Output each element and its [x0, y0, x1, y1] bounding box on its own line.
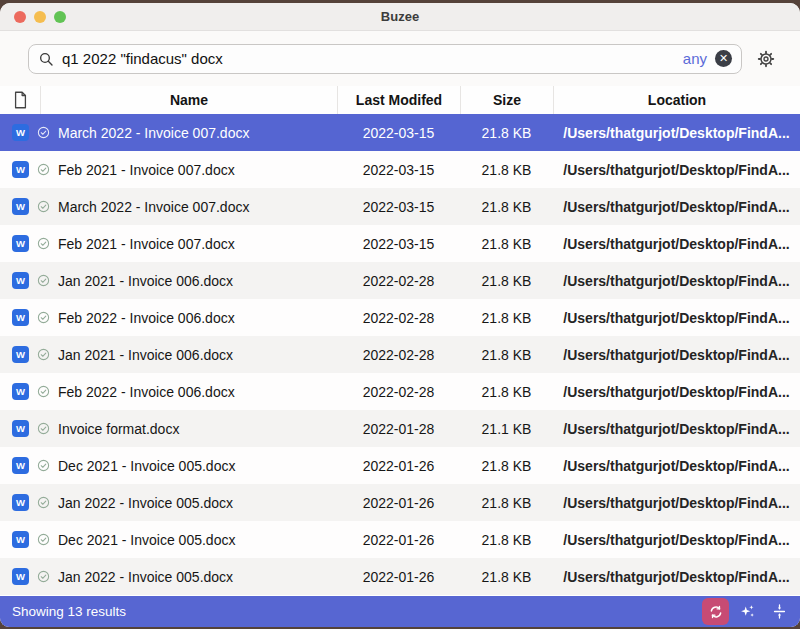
- table-row[interactable]: W Jan 2022 - Invoice 005.docx 2022-01-26…: [0, 484, 800, 521]
- table-row[interactable]: W Dec 2021 - Invoice 005.docx 2022-01-26…: [0, 447, 800, 484]
- collapse-vertical-icon: [771, 603, 788, 620]
- sparkles-button[interactable]: [734, 598, 761, 625]
- traffic-lights: [14, 11, 66, 23]
- file-location: /Users/thatgurjot/Desktop/FindA...: [553, 458, 800, 474]
- file-location: /Users/thatgurjot/Desktop/FindA...: [553, 532, 800, 548]
- search-area: any ✕: [0, 31, 800, 86]
- close-button[interactable]: [14, 11, 26, 23]
- file-modified: 2022-03-15: [337, 162, 460, 178]
- file-location: /Users/thatgurjot/Desktop/FindA...: [553, 421, 800, 437]
- zoom-button[interactable]: [54, 11, 66, 23]
- results-count: Showing 13 results: [12, 604, 126, 619]
- table-row[interactable]: W Jan 2021 - Invoice 006.docx 2022-02-28…: [0, 262, 800, 299]
- file-modified: 2022-03-15: [337, 199, 460, 215]
- word-file-icon: W: [12, 346, 29, 363]
- name-cell: W March 2022 - Invoice 007.docx: [0, 124, 337, 141]
- search-input[interactable]: [62, 50, 683, 67]
- status-actions: [702, 598, 793, 625]
- table-row[interactable]: W March 2022 - Invoice 007.docx 2022-03-…: [0, 188, 800, 225]
- status-bar: Showing 13 results: [0, 596, 800, 627]
- table-row[interactable]: W Feb 2021 - Invoice 007.docx 2022-03-15…: [0, 225, 800, 262]
- table-row[interactable]: W Dec 2021 - Invoice 005.docx 2022-01-26…: [0, 521, 800, 558]
- results-body: W March 2022 - Invoice 007.docx 2022-03-…: [0, 114, 800, 595]
- file-modified: 2022-01-26: [337, 532, 460, 548]
- check-circle-icon: [37, 459, 50, 472]
- column-last-modified[interactable]: Last Modifed: [337, 86, 460, 114]
- name-cell: W Dec 2021 - Invoice 005.docx: [0, 531, 337, 548]
- file-location: /Users/thatgurjot/Desktop/FindA...: [553, 347, 800, 363]
- file-modified: 2022-03-15: [337, 236, 460, 252]
- name-cell: W March 2022 - Invoice 007.docx: [0, 198, 337, 215]
- file-name: Invoice format.docx: [58, 421, 179, 437]
- file-name: Jan 2021 - Invoice 006.docx: [58, 273, 233, 289]
- table-row[interactable]: W March 2022 - Invoice 007.docx 2022-03-…: [0, 114, 800, 151]
- minimize-button[interactable]: [34, 11, 46, 23]
- collapse-vertical-button[interactable]: [766, 598, 793, 625]
- column-name[interactable]: Name: [40, 86, 337, 114]
- word-file-icon: W: [12, 420, 29, 437]
- app-window: Buzee any ✕: [0, 3, 800, 627]
- file-modified: 2022-01-26: [337, 458, 460, 474]
- name-cell: W Jan 2022 - Invoice 005.docx: [0, 568, 337, 585]
- circle-x-icon[interactable]: ✕: [715, 50, 732, 67]
- search-box[interactable]: any ✕: [28, 44, 742, 74]
- refresh-button[interactable]: [702, 598, 729, 625]
- file-size: 21.8 KB: [460, 569, 553, 585]
- file-size: 21.8 KB: [460, 310, 553, 326]
- file-name: Feb 2021 - Invoice 007.docx: [58, 236, 235, 252]
- scope-label[interactable]: any: [683, 50, 707, 67]
- sparkles-icon: [739, 603, 756, 620]
- file-name: Dec 2021 - Invoice 005.docx: [58, 532, 235, 548]
- word-file-icon: W: [12, 235, 29, 252]
- file-modified: 2022-02-28: [337, 310, 460, 326]
- file-modified: 2022-02-28: [337, 384, 460, 400]
- check-circle-icon: [37, 533, 50, 546]
- column-size[interactable]: Size: [460, 86, 553, 114]
- file-name: Jan 2022 - Invoice 005.docx: [58, 495, 233, 511]
- check-circle-icon: [37, 126, 50, 139]
- word-file-icon: W: [12, 383, 29, 400]
- file-size: 21.8 KB: [460, 384, 553, 400]
- file-modified: 2022-01-28: [337, 421, 460, 437]
- file-name: March 2022 - Invoice 007.docx: [58, 125, 249, 141]
- table-row[interactable]: W Jan 2022 - Invoice 005.docx 2022-01-26…: [0, 558, 800, 595]
- file-size: 21.8 KB: [460, 273, 553, 289]
- file-location: /Users/thatgurjot/Desktop/FindA...: [553, 384, 800, 400]
- file-size: 21.8 KB: [460, 495, 553, 511]
- check-circle-icon: [37, 274, 50, 287]
- name-cell: W Feb 2021 - Invoice 007.docx: [0, 235, 337, 252]
- file-location: /Users/thatgurjot/Desktop/FindA...: [553, 273, 800, 289]
- name-cell: W Feb 2022 - Invoice 006.docx: [0, 383, 337, 400]
- file-location: /Users/thatgurjot/Desktop/FindA...: [553, 199, 800, 215]
- table-row[interactable]: W Feb 2021 - Invoice 007.docx 2022-03-15…: [0, 151, 800, 188]
- table-row[interactable]: W Feb 2022 - Invoice 006.docx 2022-02-28…: [0, 373, 800, 410]
- word-file-icon: W: [12, 198, 29, 215]
- search-icon: [38, 51, 54, 67]
- column-location[interactable]: Location: [553, 86, 800, 114]
- check-circle-icon: [37, 237, 50, 250]
- document-icon: [13, 91, 28, 109]
- file-modified: 2022-03-15: [337, 125, 460, 141]
- check-circle-icon: [37, 570, 50, 583]
- file-size: 21.1 KB: [460, 421, 553, 437]
- check-circle-icon: [37, 311, 50, 324]
- name-cell: W Jan 2022 - Invoice 005.docx: [0, 494, 337, 511]
- name-cell: W Jan 2021 - Invoice 006.docx: [0, 272, 337, 289]
- file-size: 21.8 KB: [460, 125, 553, 141]
- word-file-icon: W: [12, 272, 29, 289]
- file-size: 21.8 KB: [460, 162, 553, 178]
- file-modified: 2022-01-26: [337, 569, 460, 585]
- word-file-icon: W: [12, 457, 29, 474]
- refresh-icon: [708, 604, 724, 620]
- file-name: Feb 2022 - Invoice 006.docx: [58, 310, 235, 326]
- table-row[interactable]: W Feb 2022 - Invoice 006.docx 2022-02-28…: [0, 299, 800, 336]
- table-row[interactable]: W Jan 2021 - Invoice 006.docx 2022-02-28…: [0, 336, 800, 373]
- settings-button[interactable]: [756, 49, 776, 69]
- column-file-type[interactable]: [0, 86, 40, 114]
- titlebar: Buzee: [0, 3, 800, 31]
- word-file-icon: W: [12, 494, 29, 511]
- table-row[interactable]: W Invoice format.docx 2022-01-28 21.1 KB…: [0, 410, 800, 447]
- check-circle-icon: [37, 385, 50, 398]
- word-file-icon: W: [12, 124, 29, 141]
- word-file-icon: W: [12, 531, 29, 548]
